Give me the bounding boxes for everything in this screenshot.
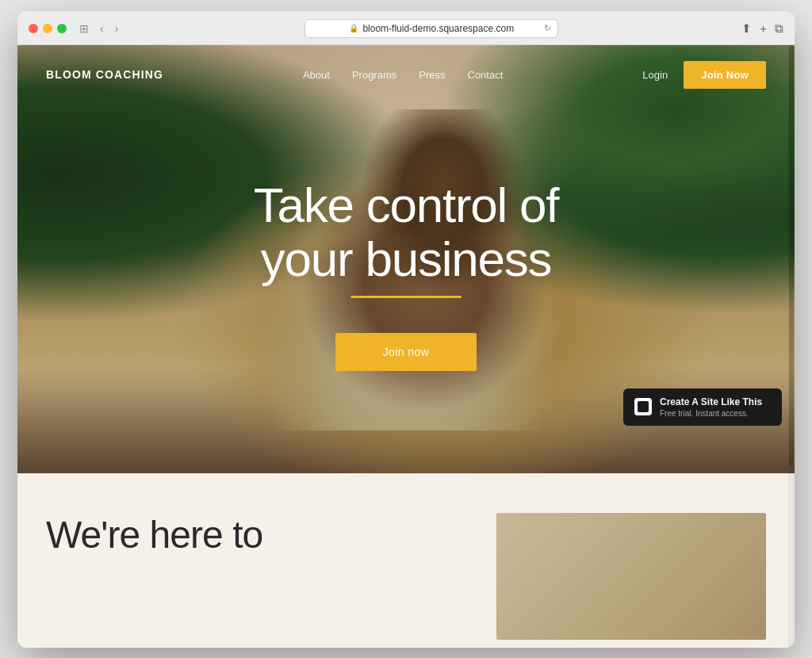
browser-actions: ⬆ + ⧉ [741, 21, 783, 36]
minimize-button[interactable] [43, 24, 52, 33]
squarespace-logo-icon [634, 398, 652, 415]
browser-controls: ⊞ ‹ › [76, 21, 121, 36]
nav-about[interactable]: About [303, 69, 330, 81]
squarespace-badge-title: Create A Site Like This [660, 396, 762, 407]
duplicate-icon[interactable]: ⧉ [775, 21, 783, 36]
browser-window: ⊞ ‹ › 🔒 bloom-fluid-demo.squarespace.com… [17, 11, 795, 648]
hero-underline-decoration [350, 296, 462, 298]
close-button[interactable] [29, 24, 38, 33]
below-hero-heading: We're here to [46, 513, 465, 557]
scrollbar-thumb[interactable] [789, 45, 794, 467]
squarespace-badge-subtitle: Free trial. Instant access. [660, 409, 762, 418]
new-tab-icon[interactable]: + [760, 21, 767, 36]
login-link[interactable]: Login [642, 69, 668, 81]
address-bar[interactable]: 🔒 bloom-fluid-demo.squarespace.com ↻ [304, 19, 558, 38]
website-body: BLOOM COACHING About Programs Press Cont… [17, 45, 795, 648]
logo: BLOOM COACHING [46, 67, 163, 82]
maximize-button[interactable] [57, 24, 67, 33]
address-bar-wrap: 🔒 bloom-fluid-demo.squarespace.com ↻ [131, 19, 732, 38]
nav-links: About Programs Press Contact [303, 69, 503, 81]
window-toggle-icon[interactable]: ⊞ [76, 21, 92, 36]
nav-programs[interactable]: Programs [352, 69, 396, 81]
back-button[interactable]: ‹ [97, 21, 107, 36]
below-hero-section: We're here to [17, 473, 795, 648]
join-now-button[interactable]: Join Now [684, 61, 766, 89]
navbar: BLOOM COACHING About Programs Press Cont… [17, 45, 795, 105]
hero-section: BLOOM COACHING About Programs Press Cont… [17, 45, 795, 473]
hero-cta-button[interactable]: Join now [335, 333, 477, 371]
url-text: bloom-fluid-demo.squarespace.com [362, 23, 514, 34]
squarespace-badge-text: Create A Site Like This Free trial. Inst… [660, 396, 762, 418]
lock-icon: 🔒 [349, 24, 358, 33]
nav-right: Login Join Now [642, 61, 766, 89]
squarespace-badge[interactable]: Create A Site Like This Free trial. Inst… [623, 388, 782, 426]
below-hero-image [496, 513, 766, 640]
nav-contact[interactable]: Contact [468, 69, 504, 81]
scrollbar[interactable] [788, 45, 795, 648]
share-icon[interactable]: ⬆ [741, 21, 752, 36]
browser-chrome: ⊞ ‹ › 🔒 bloom-fluid-demo.squarespace.com… [17, 11, 795, 45]
website: BLOOM COACHING About Programs Press Cont… [17, 45, 795, 648]
refresh-icon[interactable]: ↻ [544, 23, 551, 33]
hero-headline: Take control of your business [254, 178, 559, 286]
traffic-lights [29, 24, 67, 33]
below-hero-text: We're here to [46, 513, 465, 648]
forward-button[interactable]: › [112, 21, 122, 36]
nav-press[interactable]: Press [419, 69, 445, 81]
